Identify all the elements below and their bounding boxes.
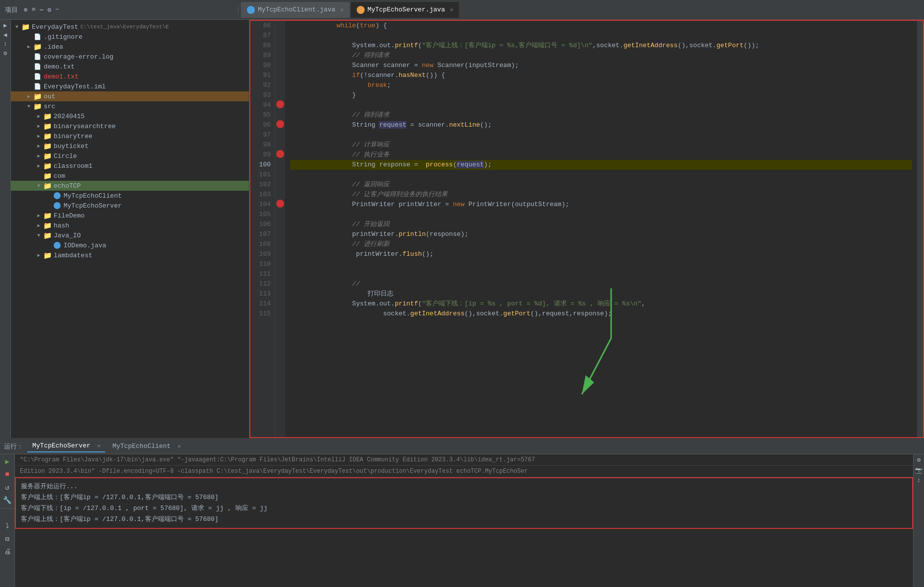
binarysearchtree-label: binarysearchtree	[54, 123, 116, 130]
bottom-tab-client[interactable]: MyTcpEchoClient ✕	[107, 440, 185, 452]
tree-item-echotcp[interactable]: ▼ 📁 echoTCP	[11, 181, 249, 191]
right-icon-3[interactable]: ↕	[917, 477, 921, 484]
tree-item-javaio[interactable]: ▼ 📁 Java_IO	[11, 230, 249, 240]
tree-item-20240415[interactable]: ▶ 📁 20240415	[11, 111, 249, 121]
toolbar-icon-5[interactable]: −	[55, 6, 59, 13]
tree-item-buyticket[interactable]: ▶ 📁 buyticket	[11, 141, 249, 151]
toolbar-icon-2[interactable]: ≡	[32, 6, 36, 13]
left-icon-4[interactable]: ⚙	[3, 50, 7, 57]
idea-arrow: ▶	[25, 44, 33, 50]
tree-item-hash[interactable]: ▶ 📁 hash	[11, 220, 249, 230]
javaio-label: Java_IO	[54, 232, 81, 239]
project-tree: ▼ 📁 EverydayTest C:\test_java\EverydayTe…	[11, 20, 249, 438]
code-line-93: }	[290, 90, 912, 100]
output-line-1: 服务器开始运行...	[21, 481, 907, 492]
tree-item-filedemo[interactable]: ▶ 📁 FileDemo	[11, 211, 249, 220]
code-line-98: // 计算响应	[290, 140, 912, 150]
tree-item-out[interactable]: ▶ 📁 out	[11, 91, 249, 101]
binarytree-label: binarytree	[54, 133, 92, 140]
tree-item-binarysearchtree[interactable]: ▶ 📁 binarysearchtree	[11, 121, 249, 131]
bottom-tabs-bar: 运行： MyTcpEchoServer ✕ MyTcpEchoClient ✕	[0, 439, 924, 454]
run-cmd-line1: "C:\Program Files\Java\jdk-17\bin\java.e…	[15, 454, 913, 466]
right-icon-1[interactable]: ⚙	[917, 456, 921, 464]
gutter	[275, 21, 285, 437]
tree-item-classroom1[interactable]: ▶ 📁 classroom1	[11, 161, 249, 171]
com-label: com	[54, 172, 65, 180]
tree-item-binarytree[interactable]: ▶ 📁 binarytree	[11, 131, 249, 141]
root-label: EverydayTest	[32, 23, 78, 31]
binarysearchtree-arrow: ▶	[35, 123, 43, 129]
client-java-icon	[53, 192, 62, 200]
tree-root[interactable]: ▼ 📁 EverydayTest C:\test_java\EverydayTe…	[11, 22, 249, 32]
tree-item-mytcpechoserver[interactable]: MyTcpEchoServer	[11, 201, 249, 211]
stop-icon[interactable]: ■	[2, 469, 12, 479]
print-icon[interactable]: 🖨	[2, 547, 12, 557]
run-output[interactable]: 服务器开始运行... 客户端上线：[客户端ip = /127.0.0.1,客户端…	[15, 477, 913, 529]
tab-close-client[interactable]: ✕	[340, 6, 344, 13]
rerun-icon[interactable]: ↺	[2, 482, 12, 492]
vertical-scrollbar[interactable]	[917, 21, 923, 437]
scroll-icon[interactable]: ⤵	[2, 521, 12, 531]
20240415-label: 20240415	[54, 113, 84, 120]
run-icon[interactable]: ▶	[2, 456, 12, 466]
tree-item-demo1[interactable]: 📄 demo1.txt	[11, 72, 249, 81]
tree-item-gitignore[interactable]: 📄 .gitignore	[11, 32, 249, 42]
code-line-89: // 得到请求	[290, 51, 912, 61]
tree-item-iodemo[interactable]: IODemo.java	[11, 240, 249, 250]
src-icon: 📁	[33, 102, 42, 110]
code-line-109: printWriter.flush();	[290, 249, 912, 259]
bottom-tab-server-close[interactable]: ✕	[97, 443, 101, 449]
code-body[interactable]: while(true) { System.out.printf("客户端上线：[…	[285, 21, 917, 437]
code-line-102: // 返回响应	[290, 180, 912, 190]
bottom-tab-server[interactable]: MyTcpEchoServer ✕	[27, 440, 105, 452]
circle-arrow: ▶	[35, 153, 43, 159]
toolbar-icon-3[interactable]: ⋯	[40, 6, 44, 14]
buyticket-icon: 📁	[43, 142, 52, 150]
tree-item-mytcpechoclient[interactable]: MyTcpEchoClient	[11, 191, 249, 201]
tree-item-iml[interactable]: 📄 EverydayTest.iml	[11, 81, 249, 91]
buyticket-label: buyticket	[54, 143, 88, 150]
code-container: 86 87 88 89 90 91 92 93 94 95 96 97 98 9…	[250, 21, 923, 437]
tab-close-server[interactable]: ✕	[450, 6, 454, 13]
run-label: 运行：	[4, 442, 23, 451]
bottom-tab-client-label: MyTcpEchoClient	[112, 442, 170, 450]
binarytree-icon: 📁	[43, 132, 52, 140]
code-line-105	[290, 210, 912, 220]
top-bar-left: 项目 ⊕ ≡ ⋯ ⚙ −	[0, 5, 238, 14]
left-icon-1[interactable]: ▶	[3, 22, 7, 29]
right-icon-2[interactable]: 📷	[915, 467, 923, 474]
tree-item-coverage[interactable]: 📄 coverage-error.log	[11, 52, 249, 62]
echotcp-label: echoTCP	[54, 182, 81, 190]
filter-icon[interactable]: ⊟	[2, 534, 12, 544]
tree-item-src[interactable]: ▼ 📁 src	[11, 101, 249, 111]
demo1-label: demo1.txt	[44, 73, 78, 80]
tree-item-com[interactable]: 📁 com	[11, 171, 249, 181]
src-arrow: ▼	[25, 104, 33, 109]
tab-mytcpechoserver[interactable]: MyTcpEchoServer.java ✕	[351, 2, 460, 18]
left-icon-2[interactable]: ◀	[3, 31, 7, 39]
toolbar-icon-4[interactable]: ⚙	[47, 6, 51, 14]
demo-label: demo.txt	[44, 63, 75, 71]
javaio-icon: 📁	[43, 231, 52, 239]
tree-item-lambdatest[interactable]: ▶ 📁 lambdatest	[11, 250, 249, 260]
editor-area[interactable]: 86 87 88 89 90 91 92 93 94 95 96 97 98 9…	[249, 20, 924, 438]
tab-label-server: MyTcpEchoServer.java	[368, 6, 445, 13]
bottom-tab-client-close[interactable]: ✕	[177, 443, 181, 449]
echotcp-icon: 📁	[43, 182, 52, 190]
tab-mytcpechoclient[interactable]: MyTcpEchoClient.java ✕	[241, 2, 350, 18]
tree-item-idea[interactable]: ▶ 📁 .idea	[11, 42, 249, 52]
code-line-115: socket.getInetAddress(),socket.getPort()…	[290, 309, 912, 319]
code-line-103: // 让客户端得到业务的执行结果	[290, 190, 912, 200]
code-line-95: // 得到请求	[290, 110, 912, 120]
editor-tabs: MyTcpEchoClient.java ✕ MyTcpEchoServer.j…	[238, 2, 924, 18]
left-icon-3[interactable]: ↕	[3, 41, 7, 48]
wrench-icon[interactable]: 🔧	[2, 495, 12, 505]
separator-1	[0, 508, 14, 518]
tab-label-client: MyTcpEchoClient.java	[258, 6, 335, 13]
tree-item-demo[interactable]: 📄 demo.txt	[11, 62, 249, 72]
toolbar-icon-1[interactable]: ⊕	[24, 6, 28, 14]
20240415-arrow: ▶	[35, 113, 43, 119]
com-icon: 📁	[43, 172, 52, 180]
code-line-91: if(!scanner.hasNext()) {	[290, 71, 912, 80]
tree-item-circle[interactable]: ▶ 📁 Circle	[11, 151, 249, 161]
